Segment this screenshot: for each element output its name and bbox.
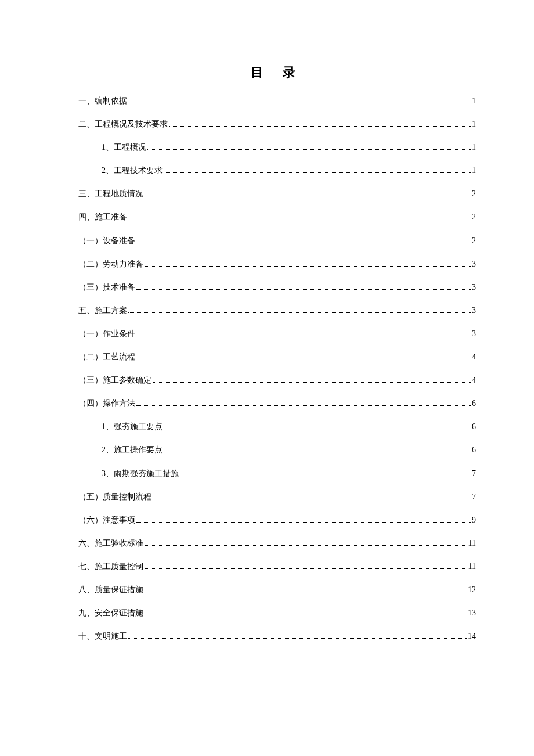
toc-dot-leader xyxy=(136,522,471,523)
toc-dot-leader xyxy=(145,615,467,615)
toc-dot-leader xyxy=(145,568,467,569)
toc-entry: 十、文明施工14 xyxy=(78,631,476,642)
toc-entry-page: 3 xyxy=(472,305,476,316)
toc-dot-leader xyxy=(153,382,471,383)
toc-entry: 二、工程概况及技术要求1 xyxy=(78,118,476,130)
toc-entry-page: 11 xyxy=(468,538,476,549)
toc-dot-leader xyxy=(136,243,471,243)
toc-entry: 六、施工验收标准11 xyxy=(78,538,476,549)
toc-dot-leader xyxy=(136,359,471,359)
toc-entry-label: 七、施工质量控制 xyxy=(78,561,143,573)
toc-entry: 2、工程技术要求1 xyxy=(78,165,476,177)
toc-entry: 四、施工准备2 xyxy=(78,211,476,223)
toc-entry-page: 1 xyxy=(472,118,476,130)
toc-entry: 七、施工质量控制11 xyxy=(78,561,476,573)
toc-entry-label: 五、施工方案 xyxy=(78,305,127,316)
toc-entry-label: 1、强夯施工要点 xyxy=(102,421,163,433)
toc-entry: 3、雨期强夯施工措施7 xyxy=(78,468,476,480)
toc-dot-leader xyxy=(136,289,471,290)
toc-entry-page: 13 xyxy=(468,607,476,619)
toc-entry: 1、强夯施工要点6 xyxy=(78,421,476,433)
toc-entry: （六）注意事项9 xyxy=(78,514,476,526)
toc-entry-label: 四、施工准备 xyxy=(78,211,127,223)
toc-entry-label: 2、工程技术要求 xyxy=(102,165,163,177)
toc-dot-leader xyxy=(169,126,471,127)
toc-list: 一、编制依据1二、工程概况及技术要求11、工程概况12、工程技术要求1三、工程地… xyxy=(78,95,476,642)
toc-dot-leader xyxy=(164,172,471,173)
toc-entry-page: 11 xyxy=(468,561,476,573)
toc-entry-label: （二）工艺流程 xyxy=(78,351,135,363)
toc-title: 目 录 xyxy=(78,64,476,81)
toc-entry: 五、施工方案3 xyxy=(78,305,476,316)
toc-entry-page: 4 xyxy=(472,375,476,386)
toc-entry-label: 八、质量保证措施 xyxy=(78,584,143,596)
toc-entry-page: 3 xyxy=(472,328,476,340)
toc-entry-page: 7 xyxy=(472,468,476,480)
toc-entry-label: 1、工程概况 xyxy=(102,142,146,153)
toc-entry: （二）劳动力准备3 xyxy=(78,258,476,270)
toc-entry-label: （四）操作方法 xyxy=(78,398,135,409)
toc-entry-page: 3 xyxy=(472,258,476,270)
toc-entry-page: 4 xyxy=(472,351,476,363)
toc-entry-label: 二、工程概况及技术要求 xyxy=(78,118,168,130)
toc-entry-page: 1 xyxy=(472,165,476,177)
toc-entry-label: （一）设备准备 xyxy=(78,235,135,247)
toc-entry-page: 2 xyxy=(472,235,476,247)
toc-entry-label: （一）作业条件 xyxy=(78,328,135,340)
toc-entry-page: 6 xyxy=(472,444,476,456)
toc-entry: （二）工艺流程4 xyxy=(78,351,476,363)
toc-entry-label: 十、文明施工 xyxy=(78,631,127,642)
toc-entry-label: 六、施工验收标准 xyxy=(78,538,143,549)
toc-dot-leader xyxy=(164,452,471,452)
toc-entry-label: （三）施工参数确定 xyxy=(78,375,151,386)
toc-entry-label: 2、施工操作要点 xyxy=(102,444,163,456)
toc-entry-page: 12 xyxy=(468,584,476,596)
toc-entry-page: 1 xyxy=(472,142,476,153)
toc-entry: （一）作业条件3 xyxy=(78,328,476,340)
toc-entry-page: 3 xyxy=(472,282,476,293)
toc-dot-leader xyxy=(145,266,471,267)
toc-entry: 一、编制依据1 xyxy=(78,95,476,107)
toc-entry-label: （六）注意事项 xyxy=(78,514,135,526)
toc-entry-page: 1 xyxy=(472,95,476,107)
toc-entry: 2、施工操作要点6 xyxy=(78,444,476,456)
toc-entry-label: 九、安全保证措施 xyxy=(78,607,143,619)
toc-dot-leader xyxy=(128,103,471,103)
toc-dot-leader xyxy=(145,545,467,546)
toc-entry: （一）设备准备2 xyxy=(78,235,476,247)
toc-entry-label: （五）质量控制流程 xyxy=(78,491,151,503)
toc-dot-leader xyxy=(128,219,471,219)
toc-dot-leader xyxy=(153,499,471,499)
toc-dot-leader xyxy=(145,196,471,196)
toc-entry-label: 一、编制依据 xyxy=(78,95,127,107)
toc-entry-page: 2 xyxy=(472,188,476,200)
toc-dot-leader xyxy=(128,312,471,313)
toc-dot-leader xyxy=(136,405,471,406)
toc-entry-page: 6 xyxy=(472,421,476,433)
toc-dot-leader xyxy=(164,429,471,429)
toc-entry-label: 三、工程地质情况 xyxy=(78,188,143,200)
toc-entry-page: 6 xyxy=(472,398,476,409)
toc-entry: （四）操作方法6 xyxy=(78,398,476,409)
toc-entry-page: 14 xyxy=(468,631,476,642)
toc-entry: 1、工程概况1 xyxy=(78,142,476,153)
toc-entry-label: 3、雨期强夯施工措施 xyxy=(102,468,179,480)
toc-entry: 九、安全保证措施13 xyxy=(78,607,476,619)
toc-entry-label: （二）劳动力准备 xyxy=(78,258,143,270)
toc-entry-label: （三）技术准备 xyxy=(78,282,135,293)
toc-dot-leader xyxy=(136,336,471,336)
toc-entry: （五）质量控制流程7 xyxy=(78,491,476,503)
toc-dot-leader xyxy=(128,638,467,639)
toc-entry: （三）技术准备3 xyxy=(78,282,476,293)
toc-entry: 三、工程地质情况2 xyxy=(78,188,476,200)
toc-entry: 八、质量保证措施12 xyxy=(78,584,476,596)
toc-dot-leader xyxy=(147,149,471,150)
toc-entry: （三）施工参数确定4 xyxy=(78,375,476,386)
toc-dot-leader xyxy=(180,476,471,476)
document-page: 目 录 一、编制依据1二、工程概况及技术要求11、工程概况12、工程技术要求1三… xyxy=(0,0,534,642)
toc-dot-leader xyxy=(145,592,467,592)
toc-entry-page: 7 xyxy=(472,491,476,503)
toc-entry-page: 2 xyxy=(472,211,476,223)
toc-entry-page: 9 xyxy=(472,514,476,526)
